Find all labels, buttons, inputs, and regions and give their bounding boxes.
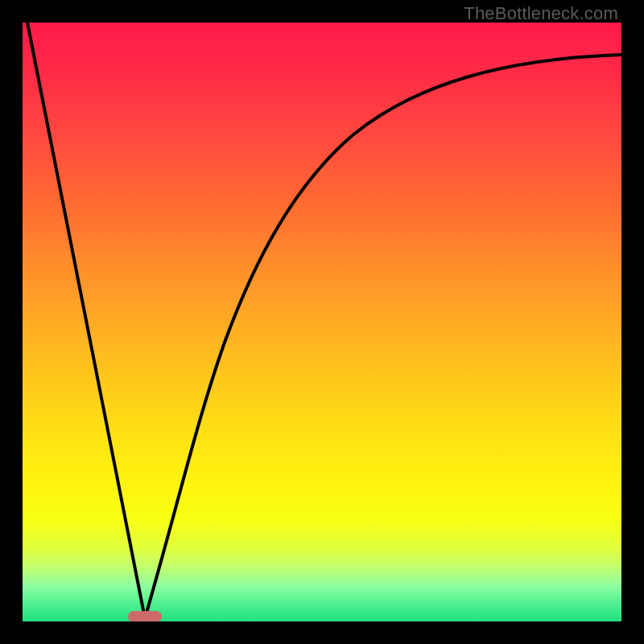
- curve-left-branch: [27, 23, 145, 618]
- plot-area: [23, 23, 621, 621]
- curve-layer: [23, 23, 621, 621]
- curve-right-branch: [145, 55, 621, 618]
- watermark-text: TheBottleneck.com: [464, 3, 618, 24]
- optimal-marker: [128, 611, 162, 621]
- chart-frame: TheBottleneck.com: [0, 0, 644, 644]
